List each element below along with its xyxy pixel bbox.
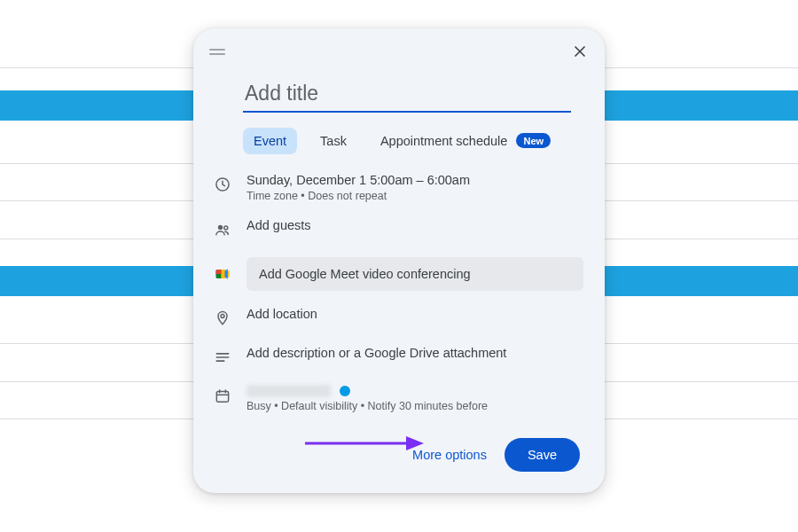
svg-point-2 (224, 226, 228, 230)
svg-rect-8 (216, 392, 228, 403)
calendar-color-dot (340, 386, 350, 396)
type-tabs: Event Task Appointment schedule New (193, 113, 605, 163)
new-badge: New (516, 133, 551, 148)
drag-handle-icon[interactable] (209, 47, 225, 56)
description-icon (211, 346, 234, 369)
tab-event[interactable]: Event (243, 128, 297, 154)
add-meet-button[interactable]: Add Google Meet video conferencing (246, 257, 583, 291)
title-input[interactable] (243, 78, 571, 113)
close-icon (571, 43, 589, 60)
datetime-row[interactable]: Sunday, December 1 5:00am – 6:00am Time … (246, 173, 583, 202)
close-button[interactable] (567, 39, 592, 64)
add-guests-row[interactable]: Add guests (246, 218, 583, 232)
tab-task[interactable]: Task (309, 128, 357, 154)
more-options-link[interactable]: More options (412, 448, 487, 462)
event-create-card: Event Task Appointment schedule New Sund… (193, 28, 605, 493)
datetime-line: Sunday, December 1 5:00am – 6:00am (246, 173, 583, 187)
save-button[interactable]: Save (505, 438, 580, 472)
people-icon (211, 218, 234, 241)
clock-icon (211, 173, 234, 196)
datetime-sub: Time zone • Does not repeat (246, 190, 583, 202)
calendar-name-redacted (246, 385, 331, 397)
tab-appt-label: Appointment schedule (380, 134, 508, 148)
meet-icon (211, 262, 234, 286)
calendar-status-line: Busy • Default visibility • Notify 30 mi… (246, 400, 583, 412)
tab-appointment-schedule[interactable]: Appointment schedule New (370, 127, 561, 154)
location-icon (211, 307, 234, 330)
svg-point-1 (218, 225, 223, 230)
svg-point-4 (221, 315, 224, 318)
calendar-icon (211, 385, 234, 408)
calendar-row[interactable]: Busy • Default visibility • Notify 30 mi… (246, 385, 583, 412)
add-description-row[interactable]: Add description or a Google Drive attach… (246, 346, 583, 360)
add-location-row[interactable]: Add location (246, 307, 583, 321)
